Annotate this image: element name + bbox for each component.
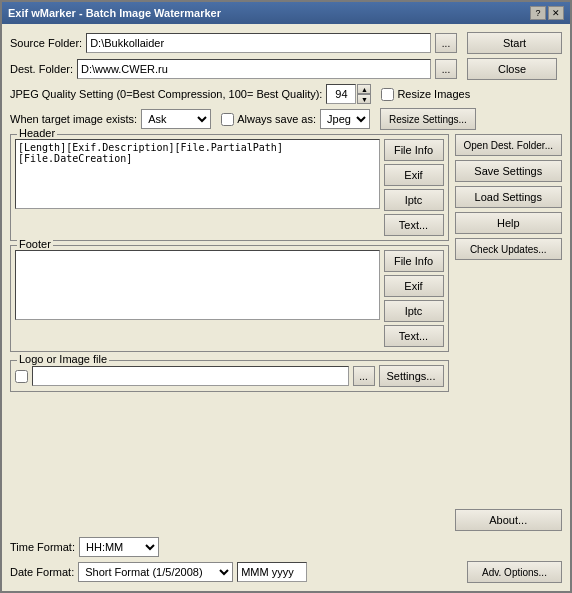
jpeg-quality-up-button[interactable]: ▲	[357, 84, 371, 94]
footer-label: Footer	[17, 238, 53, 250]
always-save-checkbox[interactable]	[221, 113, 234, 126]
content-area: Source Folder: ... Start Dest. Folder: .…	[2, 24, 570, 591]
time-format-row: Time Format: HH:MM HH:MM:SS	[10, 537, 562, 557]
window-title: Exif wMarker - Batch Image Watermarker	[8, 7, 221, 19]
logo-section: Logo or Image file ... Settings...	[10, 360, 449, 392]
resize-images-checkbox-label: Resize Images	[381, 88, 470, 101]
footer-iptc-button[interactable]: Iptc	[384, 300, 444, 322]
logo-settings-button[interactable]: Settings...	[379, 365, 444, 387]
dest-folder-row: Dest. Folder: ... Close	[10, 58, 562, 80]
dest-folder-browse-button[interactable]: ...	[435, 59, 457, 79]
always-save-select[interactable]: Jpeg Png Bmp	[320, 109, 370, 129]
jpeg-quality-down-button[interactable]: ▼	[357, 94, 371, 104]
footer-exif-button[interactable]: Exif	[384, 275, 444, 297]
header-textarea[interactable]: [Length][Exif.Description][File.PartialP…	[15, 139, 380, 209]
footer-file-info-button[interactable]: File Info	[384, 250, 444, 272]
right-panel: Open Dest. Folder... Save Settings Load …	[455, 134, 563, 531]
header-side-buttons: File Info Exif Iptc Text...	[384, 139, 444, 236]
help-title-button[interactable]: ?	[530, 6, 546, 20]
help-button[interactable]: Help	[455, 212, 563, 234]
logo-label: Logo or Image file	[17, 353, 109, 365]
when-target-select[interactable]: Ask Overwrite Skip	[141, 109, 211, 129]
save-settings-button[interactable]: Save Settings	[455, 160, 563, 182]
footer-group: Footer File Info Exif Iptc Text...	[10, 245, 449, 352]
jpeg-quality-spinner: ▲ ▼	[326, 84, 371, 104]
main-window: Exif wMarker - Batch Image Watermarker ?…	[0, 0, 572, 593]
title-bar-buttons: ? ✕	[530, 6, 564, 20]
date-format-label: Date Format:	[10, 566, 74, 578]
open-dest-folder-button[interactable]: Open Dest. Folder...	[455, 134, 563, 156]
adv-options-button[interactable]: Adv. Options...	[467, 561, 562, 583]
close-button[interactable]: Close	[467, 58, 557, 80]
logo-inner: ... Settings...	[15, 365, 444, 387]
about-button[interactable]: About...	[455, 509, 563, 531]
footer-side-buttons: File Info Exif Iptc Text...	[384, 250, 444, 347]
start-button[interactable]: Start	[467, 32, 562, 54]
main-panels: Header [Length][Exif.Description][File.P…	[10, 134, 562, 531]
footer-text-button[interactable]: Text...	[384, 325, 444, 347]
date-format-select[interactable]: Short Format (1/5/2008) Long Format	[78, 562, 233, 582]
source-folder-row: Source Folder: ... Start	[10, 32, 562, 54]
jpeg-quality-input[interactable]	[326, 84, 356, 104]
header-iptc-button[interactable]: Iptc	[384, 189, 444, 211]
left-panels: Header [Length][Exif.Description][File.P…	[10, 134, 449, 531]
jpeg-quality-row: JPEG Quality Setting (0=Best Compression…	[10, 84, 562, 104]
header-text-button[interactable]: Text...	[384, 214, 444, 236]
footer-inner: File Info Exif Iptc Text...	[15, 250, 444, 347]
close-title-button[interactable]: ✕	[548, 6, 564, 20]
source-folder-browse-button[interactable]: ...	[435, 33, 457, 53]
header-file-info-button[interactable]: File Info	[384, 139, 444, 161]
logo-input[interactable]	[32, 366, 349, 386]
date-format-row: Date Format: Short Format (1/5/2008) Lon…	[10, 561, 562, 583]
header-exif-button[interactable]: Exif	[384, 164, 444, 186]
header-inner: [Length][Exif.Description][File.PartialP…	[15, 139, 444, 236]
logo-browse-button[interactable]: ...	[353, 366, 375, 386]
jpeg-quality-spin-buttons: ▲ ▼	[357, 84, 371, 104]
check-updates-button[interactable]: Check Updates...	[455, 238, 563, 260]
title-bar: Exif wMarker - Batch Image Watermarker ?…	[2, 2, 570, 24]
always-save-checkbox-label: Always save as:	[221, 113, 316, 126]
load-settings-button[interactable]: Load Settings	[455, 186, 563, 208]
source-folder-label: Source Folder:	[10, 37, 82, 49]
when-target-label: When target image exists:	[10, 113, 137, 125]
dest-folder-input[interactable]	[77, 59, 431, 79]
dest-folder-label: Dest. Folder:	[10, 63, 73, 75]
jpeg-quality-label: JPEG Quality Setting (0=Best Compression…	[10, 88, 322, 100]
date-format-extra-input[interactable]	[237, 562, 307, 582]
header-label: Header	[17, 127, 57, 139]
time-format-select[interactable]: HH:MM HH:MM:SS	[79, 537, 159, 557]
header-group: Header [Length][Exif.Description][File.P…	[10, 134, 449, 241]
time-format-label: Time Format:	[10, 541, 75, 553]
source-folder-input[interactable]	[86, 33, 431, 53]
always-save-label: Always save as:	[237, 113, 316, 125]
footer-textarea[interactable]	[15, 250, 380, 320]
resize-images-label: Resize Images	[397, 88, 470, 100]
logo-checkbox[interactable]	[15, 370, 28, 383]
resize-settings-button[interactable]: Resize Settings...	[380, 108, 476, 130]
when-target-row: When target image exists: Ask Overwrite …	[10, 108, 562, 130]
resize-images-checkbox[interactable]	[381, 88, 394, 101]
